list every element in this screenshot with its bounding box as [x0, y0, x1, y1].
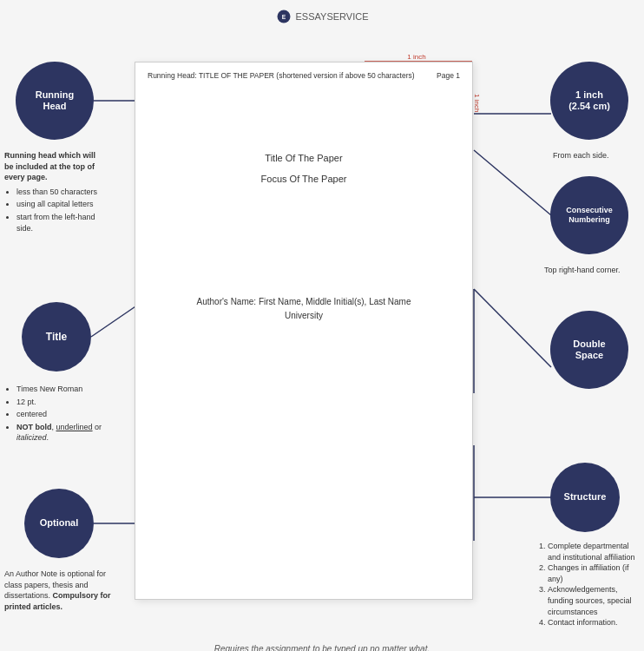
svg-text:E: E — [281, 14, 286, 20]
paper-university: University — [135, 311, 472, 320]
paper-focus: Focus Of The Paper — [135, 174, 472, 184]
svg-line-9 — [474, 150, 551, 215]
structure-item: Acknowledgements, funding sources, speci… — [548, 584, 640, 617]
circle-double-space: DoubleSpace — [550, 311, 628, 389]
circle-running-head-label: RunningHead — [36, 89, 75, 112]
paper-page-number: Page 1 — [437, 71, 460, 80]
circle-title-label: Title — [46, 331, 67, 343]
structure-item: Complete departmental and institutional … — [548, 541, 640, 562]
desc-1inch-text: From each side. — [553, 151, 609, 160]
desc-title-list: Times New Roman 12 pt. centered NOT bold… — [4, 384, 117, 444]
desc-title: Times New Roman 12 pt. centered NOT bold… — [4, 380, 117, 445]
svg-text:1 inch: 1 inch — [473, 94, 481, 112]
paper: Running Head: TITLE OF THE PAPER (shorte… — [135, 62, 473, 600]
bullet-item: Times New Roman — [16, 384, 117, 395]
desc-1inch: From each side. — [553, 150, 640, 161]
svg-text:1 inch: 1 inch — [407, 53, 425, 61]
bullet-item: centered — [16, 409, 117, 420]
paper-title: Title Of The Paper — [135, 153, 472, 163]
logo-text: ESSAYSERVICE — [296, 11, 369, 22]
paper-author-area: Author's Name: First Name, Middle Initia… — [135, 297, 472, 320]
desc-optional: An Author Note is optional for class pap… — [4, 569, 126, 612]
paper-author: Author's Name: First Name, Middle Initia… — [135, 297, 472, 306]
main-container: 1 inch 1 inch Running Head: TITLE OF THE… — [0, 29, 644, 651]
desc-structure-list: Complete departmental and institutional … — [536, 541, 640, 628]
structure-item: Changes in affiliation (if any) — [548, 562, 640, 584]
circle-title: Title — [22, 302, 91, 372]
desc-optional-text: An Author Note is optional for class pap… — [4, 569, 111, 611]
essayservice-icon: E — [276, 9, 292, 24]
header-logo: E ESSAYSERVICE — [0, 0, 644, 29]
desc-structure: Complete departmental and institutional … — [536, 541, 640, 628]
circle-running-head: RunningHead — [16, 62, 94, 140]
paper-running-head-text: Running Head: TITLE OF THE PAPER (shorte… — [135, 62, 472, 83]
desc-running-head-intro: Running head which will be included at t… — [4, 150, 104, 183]
bullet-item: using all capital letters — [16, 199, 104, 210]
desc-consecutive-text: Top right-hand corner. — [544, 266, 621, 274]
bullet-item: NOT bold, underlined or italicized. — [16, 422, 117, 444]
circle-structure: Structure — [550, 463, 620, 532]
circle-optional: Optional — [24, 489, 94, 558]
desc-running-head-list: less than 50 characters using all capita… — [4, 187, 104, 233]
bullet-item: less than 50 characters — [16, 187, 104, 198]
bullet-item: start from the left-hand side. — [16, 212, 104, 233]
circle-1inch: 1 inch(2.54 cm) — [550, 62, 628, 140]
footer-text: Requires the assignment to be typed up n… — [0, 644, 644, 651]
circle-consecutive: ConsecutiveNumbering — [550, 176, 628, 254]
circle-double-space-label: DoubleSpace — [573, 339, 605, 361]
paper-title-area: Title Of The Paper Focus Of The Paper — [135, 153, 472, 184]
circle-optional-label: Optional — [40, 517, 79, 529]
circle-structure-label: Structure — [564, 491, 607, 503]
bullet-item: 12 pt. — [16, 397, 117, 408]
desc-running-head: Running head which will be included at t… — [4, 150, 104, 235]
desc-consecutive: Top right-hand corner. — [544, 265, 640, 276]
svg-line-12 — [474, 289, 551, 367]
structure-item: Contact information. — [548, 617, 640, 628]
circle-consecutive-label: ConsecutiveNumbering — [566, 206, 613, 225]
circle-1inch-label: 1 inch(2.54 cm) — [568, 89, 610, 112]
